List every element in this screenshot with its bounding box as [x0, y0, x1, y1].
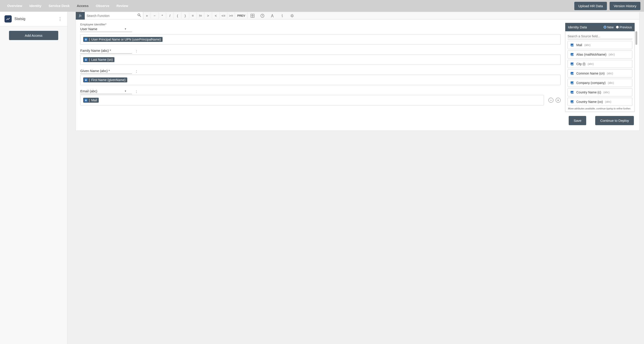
panel-header: Identity Data New Previous — [565, 23, 634, 31]
continue-deploy-button[interactable]: Continue to Deploy — [595, 116, 634, 125]
upload-hr-data-button[interactable]: Upload HR Data — [574, 2, 607, 10]
employee-identifier-select[interactable]: User Name ▼ — [80, 26, 132, 32]
tab-identity[interactable]: Identity — [26, 0, 45, 12]
top-nav: Overview Identity Service Desk Access Ob… — [0, 0, 644, 12]
email-token[interactable]: | Mail — [83, 98, 99, 103]
kebab-icon: ⋮ — [58, 17, 62, 21]
op-lte[interactable]: <= — [220, 12, 227, 20]
op-gt[interactable]: > — [204, 12, 212, 20]
operator-group: + − * / ( ) = != > < <= >= PREV — [143, 12, 248, 20]
given-name-token[interactable]: | First Name (givenName) — [83, 77, 127, 82]
radio-new[interactable]: New — [604, 26, 614, 29]
panel-item[interactable]: City (l)(abc) — [568, 60, 632, 68]
svg-point-0 — [138, 14, 140, 16]
clock-icon[interactable] — [258, 12, 267, 20]
email-input[interactable]: | Mail — [80, 95, 544, 105]
email-select[interactable]: Email (abc) ▼ — [80, 88, 132, 94]
source-field-icon — [570, 71, 574, 75]
tab-overview[interactable]: Overview — [4, 0, 26, 12]
sidebar-app-row[interactable]: Statsig ⋮ — [0, 12, 67, 26]
family-name-token[interactable]: | Last Name (sn) — [83, 57, 114, 62]
svg-point-6 — [282, 14, 283, 15]
op-minus[interactable]: − — [151, 12, 158, 20]
op-rparen[interactable]: ) — [182, 12, 189, 20]
app-menu-button[interactable]: ⋮ — [57, 16, 63, 22]
bug-icon[interactable] — [287, 12, 297, 20]
family-name-select[interactable]: Family Name (abc) * — [80, 48, 132, 54]
scrollbar-thumb[interactable] — [636, 31, 637, 45]
panel-item[interactable]: Country Name (co)(abc) — [568, 98, 632, 106]
search-function-input[interactable] — [86, 14, 137, 18]
panel-item-name: Common Name (cn) — [576, 72, 605, 75]
tab-service-desk[interactable]: Service Desk — [45, 0, 73, 12]
family-name-input[interactable]: | Last Name (sn) — [80, 55, 560, 65]
panel-list: Mail(abc)Alias (mailNickName)(abc)City (… — [568, 41, 632, 106]
token-text: First Name (givenName) — [91, 78, 126, 82]
panel-item-name: Mail — [576, 43, 582, 47]
op-lparen[interactable]: ( — [174, 12, 182, 20]
op-prev[interactable]: PREV — [235, 12, 248, 20]
source-field-icon — [570, 43, 574, 47]
panel-item-type: (abc) — [608, 81, 614, 84]
panel-item-name: Country Name (c) — [576, 90, 601, 94]
app-name-label: Statsig — [14, 17, 57, 21]
op-plus[interactable]: + — [143, 12, 151, 20]
source-field-icon — [570, 53, 574, 57]
employee-identifier-token[interactable]: | User Principal Name or UPN (userPrinci… — [83, 37, 162, 42]
op-multiply[interactable]: * — [158, 12, 166, 20]
add-access-button[interactable]: Add Access — [9, 31, 58, 40]
tab-review[interactable]: Review — [113, 0, 132, 12]
radio-previous[interactable]: Previous — [616, 26, 632, 29]
info-icon[interactable] — [277, 12, 287, 20]
email-label: Email (abc) — [80, 89, 97, 93]
search-icon[interactable] — [137, 13, 141, 18]
app-logo-icon — [4, 15, 12, 23]
given-name-input[interactable]: | First Name (givenName) — [80, 75, 560, 85]
version-history-button[interactable]: Version History — [610, 2, 640, 10]
search-function-wrap — [85, 12, 143, 19]
token-divider: | — [89, 58, 90, 61]
text-icon[interactable] — [267, 12, 277, 20]
panel-search-input[interactable] — [568, 34, 632, 39]
employee-identifier-input[interactable]: | User Principal Name or UPN (userPrinci… — [80, 34, 560, 45]
save-button[interactable]: Save — [569, 116, 586, 125]
panel-item-name: City (l) — [576, 62, 585, 66]
source-field-icon — [570, 90, 574, 94]
panel-item-name: Country Name (co) — [576, 100, 603, 104]
panel-item-type: (abc) — [607, 72, 613, 75]
fx-icon: fx — [76, 12, 85, 20]
panel-item[interactable]: Mail(abc) — [568, 41, 632, 49]
given-name-select[interactable]: Given Name (abc) * — [80, 68, 132, 74]
remove-row-button[interactable]: − — [548, 98, 554, 103]
op-lt[interactable]: < — [212, 12, 220, 20]
panel-item[interactable]: Company (company)(abc) — [568, 79, 632, 87]
token-divider: | — [89, 38, 90, 41]
panel-item[interactable]: Common Name (cn)(abc) — [568, 69, 632, 77]
colon-separator: : — [136, 69, 137, 74]
identity-data-column: Identity Data New Previous Mail(abc)Alia… — [565, 23, 635, 126]
add-row-button[interactable]: + — [556, 98, 560, 103]
panel-title: Identity Data — [568, 25, 604, 29]
nav-tabs: Overview Identity Service Desk Access Ob… — [4, 0, 132, 12]
panel-item[interactable]: Alias (mailNickName)(abc) — [568, 50, 632, 59]
panel-item-type: (abc) — [584, 44, 590, 47]
email-block: Email (abc) ▼ : | Mail — [80, 88, 560, 105]
source-field-icon — [84, 78, 88, 82]
tab-observe[interactable]: Observe — [92, 0, 113, 12]
colon-separator: : — [136, 90, 137, 94]
panel-item-type: (abc) — [603, 91, 609, 94]
tab-access[interactable]: Access — [73, 0, 92, 12]
svg-line-1 — [140, 16, 141, 17]
op-eq[interactable]: = — [189, 12, 197, 20]
op-divide[interactable]: / — [166, 12, 174, 20]
panel-item-type: (abc) — [588, 62, 594, 66]
sidebar: Statsig ⋮ Add Access — [0, 12, 68, 344]
panel-item[interactable]: Country Name (c)(abc) — [568, 88, 632, 96]
source-field-icon — [84, 98, 88, 102]
table-icon[interactable] — [248, 12, 258, 20]
employee-identifier-value: User Name — [80, 27, 97, 31]
chevron-down-icon: ▼ — [124, 28, 126, 30]
token-divider: | — [89, 78, 90, 82]
op-gte[interactable]: >= — [227, 12, 235, 20]
op-neq[interactable]: != — [197, 12, 204, 20]
